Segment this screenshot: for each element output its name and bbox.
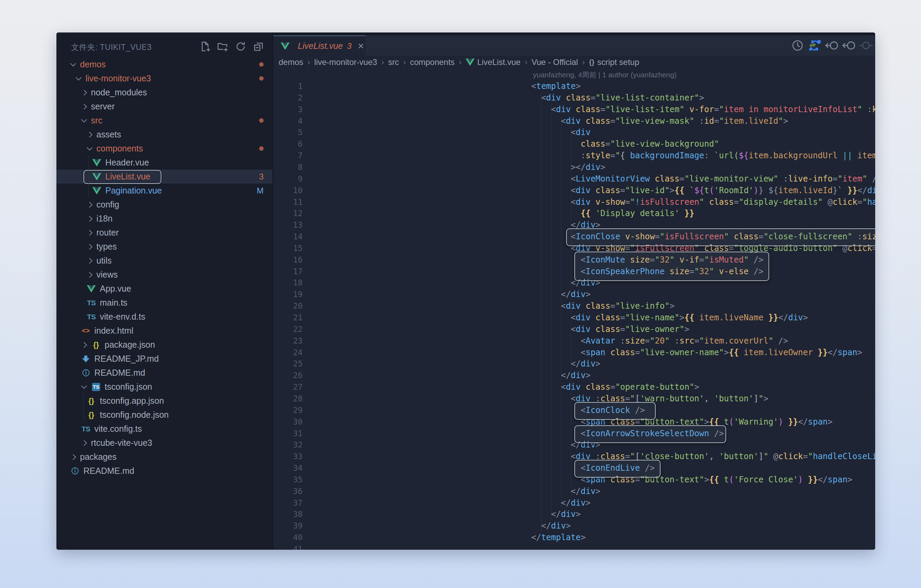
tree-item-views[interactable]: views — [56, 268, 272, 282]
line-number: 4 — [273, 115, 303, 127]
close-icon[interactable]: × — [358, 41, 364, 51]
tree-item-label: App.vue — [100, 284, 131, 294]
breadcrumb-item-demos[interactable]: demos — [278, 57, 303, 67]
tree-item-vite-config-ts[interactable]: TSvite.config.ts — [56, 422, 272, 436]
code-line: <div class="operate-button"> — [531, 381, 699, 393]
breadcrumb-item-components[interactable]: components — [410, 57, 455, 67]
breadcrumb-item-livelist-vue[interactable]: LiveList.vue — [465, 57, 521, 67]
line-number: 19 — [273, 288, 303, 300]
code-line: ></div> — [531, 161, 605, 173]
code-line: </div> — [531, 485, 600, 497]
line-number: 14 — [273, 231, 303, 243]
tree-item-label: demos — [80, 59, 106, 69]
chevron-right-icon — [81, 104, 87, 109]
breadcrumb-item-vue-official[interactable]: Vue - Official — [532, 57, 578, 67]
code-line: <IconMute size="32" v-if="isMuted" /> — [531, 254, 763, 265]
tree-item-readme-jp-md[interactable]: README_JP.md — [56, 352, 272, 366]
commit-node-icon[interactable] — [858, 39, 874, 52]
tree-item-assets[interactable]: assets — [56, 127, 272, 142]
new-file-icon[interactable] — [199, 40, 212, 53]
new-folder-icon[interactable] — [216, 40, 229, 53]
tree-item-utils[interactable]: utils — [56, 254, 272, 268]
history-icon[interactable] — [790, 39, 805, 52]
chevron-right-icon — [87, 244, 93, 249]
breadcrumb-item-src[interactable]: src — [388, 57, 399, 67]
chevron-right-icon — [87, 216, 93, 222]
breadcrumb-separator: › — [582, 57, 585, 67]
git-change-dot-badge — [259, 76, 264, 81]
code-line: <IconClose v-show="isFullscreen" class="… — [531, 231, 875, 243]
tree-item-readme-md[interactable]: README.md — [56, 366, 272, 380]
git-status-badge: M — [257, 186, 264, 195]
editor-group: LiveList.vue 3 × diff demos›live-monitor… — [272, 33, 875, 550]
tree-item-components[interactable]: components — [56, 142, 272, 156]
tree-item-tsconfig-app-json[interactable]: {}tsconfig.app.json — [56, 394, 272, 408]
chevron-right-icon — [87, 272, 93, 278]
tree-item-main-ts[interactable]: TSmain.ts — [56, 296, 272, 310]
tree-item-rtcube-vite-vue3[interactable]: rtcube-vite-vue3 — [56, 436, 272, 450]
tree-item-package-json[interactable]: {}package.json — [56, 338, 272, 352]
tree-item-config[interactable]: config — [56, 198, 272, 212]
code-line: <LiveMonitorView class="live-monitor-vie… — [531, 173, 875, 185]
open-changes-icon-2[interactable] — [841, 39, 857, 52]
breadcrumb-item-live-monitor-vue3[interactable]: live-monitor-vue3 — [314, 57, 377, 67]
tree-item-tsconfig-node-json[interactable]: {}tsconfig.node.json — [56, 408, 272, 422]
tree-item-label: README_JP.md — [94, 354, 159, 364]
line-number: 27 — [273, 381, 303, 393]
refresh-icon[interactable] — [234, 40, 247, 53]
code-line: <IconArrowStrokeSelectDown /> — [531, 428, 724, 439]
code-line: </div> — [531, 520, 571, 532]
tree-item-label: config — [96, 200, 119, 210]
line-number: 20 — [273, 300, 303, 312]
ts-badge-icon: TS — [91, 383, 101, 391]
tree-item-app-vue[interactable]: App.vue — [56, 282, 272, 296]
tree-item-index-html[interactable]: <>index.html — [56, 324, 272, 338]
code-line: <template> — [531, 80, 581, 92]
code-line: <span class="button-text">{{ t('Force Cl… — [531, 474, 852, 485]
breadcrumb-label: Vue - Official — [532, 57, 578, 67]
tree-item-packages[interactable]: packages — [56, 450, 272, 464]
line-number: 38 — [273, 508, 303, 520]
html-icon: <> — [81, 327, 91, 335]
chevron-down-icon — [87, 145, 93, 151]
chevron-down-icon — [81, 383, 87, 389]
explorer-sidebar: 文件夹: TUIKIT_VUE3 demoslive-monitor-vue3n… — [56, 33, 272, 550]
open-changes-icon[interactable] — [824, 39, 840, 52]
code-line: <IconSpeakerPhone size="32" v-else /> — [531, 265, 763, 277]
tree-item-vite-env-d-ts[interactable]: TSvite-env.d.ts — [56, 310, 272, 324]
editor-actions: diff — [790, 35, 874, 56]
line-number: 26 — [273, 370, 303, 381]
tree-item-src[interactable]: src — [56, 114, 272, 127]
tab-problem-badge: 3 — [347, 41, 351, 51]
window-top-edge — [273, 33, 875, 35]
tree-item-label: vite.config.ts — [94, 424, 142, 434]
code-line: </div> — [531, 497, 591, 509]
tree-item-live-monitor-vue3[interactable]: live-monitor-vue3 — [56, 72, 272, 85]
tab-livelist-vue[interactable]: LiveList.vue 3 × — [273, 35, 366, 56]
tree-item-readme-md[interactable]: README.md — [56, 464, 272, 478]
tree-item-label: tsconfig.app.json — [100, 396, 164, 406]
tree-item-demos[interactable]: demos — [56, 57, 272, 72]
line-number: 33 — [273, 451, 303, 462]
diff-sync-icon[interactable]: diff — [807, 39, 823, 52]
chevron-right-icon — [81, 342, 87, 348]
tree-item-node-modules[interactable]: node_modules — [56, 85, 272, 99]
code-line: <div :class="['warn-button', 'button']"> — [531, 393, 768, 404]
code-line: <span class="live-owner-name">{{ item.li… — [531, 347, 862, 358]
chevron-right-icon — [81, 440, 87, 446]
line-number: 29 — [273, 404, 303, 416]
code-line: <div class="live-name">{{ item.liveName … — [531, 312, 808, 323]
tree-item-i18n[interactable]: i18n — [56, 212, 272, 226]
tree-item-server[interactable]: server — [56, 99, 272, 114]
breadcrumb-label: src — [388, 57, 399, 67]
code-line: {{ 'Display details' }} — [531, 207, 694, 219]
tree-item-tsconfig-json[interactable]: TStsconfig.json — [56, 380, 272, 394]
git-change-dot-badge — [259, 146, 264, 151]
line-number: 31 — [273, 428, 303, 439]
breadcrumb-item-script-setup[interactable]: {}script setup — [589, 57, 639, 67]
breadcrumb-label: live-monitor-vue3 — [314, 57, 377, 67]
tree-item-types[interactable]: types — [56, 239, 272, 254]
line-number: 22 — [273, 323, 303, 335]
tree-item-router[interactable]: router — [56, 226, 272, 239]
collapse-all-icon[interactable] — [252, 40, 265, 53]
